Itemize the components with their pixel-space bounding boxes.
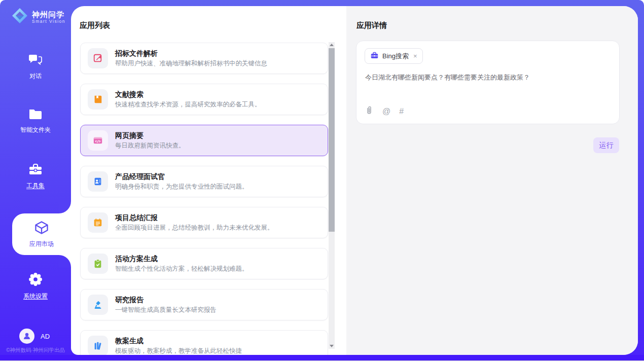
app-card-webpage-summary[interactable]: 网页摘要 每日政府新闻资讯快查。 (80, 125, 328, 156)
sidebar-item-label: 智能文件夹 (20, 126, 51, 134)
sidebar: 神州问学 Smart Vision 对话 智能文件夹 (0, 0, 71, 360)
sidebar-item-smart-folders[interactable]: 智能文件夹 (0, 108, 71, 134)
hash-icon[interactable]: # (399, 107, 404, 116)
app-card-title: 项目总结汇报 (115, 213, 274, 222)
sidebar-footer: ©神州数码·神州问学出品 (0, 347, 71, 354)
app-card-lesson-plan[interactable]: 教案生成 模板驱动，教案秒成，教学准备从此轻松快捷 (80, 330, 328, 355)
interviewer-icon (88, 171, 108, 192)
literature-search-icon (88, 89, 108, 110)
app-card-title: 产品经理面试官 (115, 172, 248, 181)
sidebar-item-app-market[interactable]: 应用市场 (12, 213, 71, 255)
brand-name: 神州问学 (32, 10, 65, 19)
app-card-title: 文献搜索 (115, 90, 261, 99)
scroll-up-button[interactable] (329, 42, 335, 48)
run-button[interactable]: 运行 (593, 137, 619, 153)
app-card-description: 每日政府新闻资讯快查。 (115, 142, 185, 150)
app-card-description: 全面回顾项目进展，总结经验教训，助力未来优化发展。 (115, 224, 274, 232)
app-card-description: 帮助用户快速、准确地理解和解析招标书中的关键信息 (115, 60, 267, 67)
scrollbar-thumb[interactable] (329, 48, 335, 232)
triangle-up-icon (330, 44, 334, 46)
tab-curve-bottom (59, 255, 71, 267)
project-summary-icon (88, 212, 108, 233)
app-card-literature-search[interactable]: 文献搜索 快速精准查找学术资源，提高研究效率的必备工具。 (80, 84, 328, 115)
user-account[interactable]: AD (19, 329, 50, 344)
brand-subtitle: Smart Vision (32, 19, 65, 24)
sidebar-item-label: 对话 (29, 72, 42, 81)
app-card-activity-plan[interactable]: 活动方案生成 智能生成个性化活动方案，轻松解决规划难题。 (80, 248, 328, 279)
app-list-title: 应用列表 (80, 21, 110, 30)
app-card-description: 快速精准查找学术资源，提高研究效率的必备工具。 (115, 101, 261, 108)
bottom-accent-bar (0, 355, 644, 360)
app-card-title: 活动方案生成 (115, 255, 248, 263)
briefcase-icon (370, 51, 379, 61)
app-card-project-summary[interactable]: 项目总结汇报 全面回顾项目进展，总结经验教训，助力未来优化发展。 (80, 207, 328, 238)
app-card-description: 明确身份和职责，为您提供专业性的面试问题。 (115, 183, 248, 191)
brand-logo: 神州问学 Smart Vision (11, 7, 65, 26)
paperclip-icon[interactable] (365, 105, 374, 117)
query-input[interactable]: 今日湖北有哪些新闻要点？有哪些需要关注的最新政策？ (365, 73, 611, 83)
tool-tag-close-icon[interactable]: × (413, 52, 417, 60)
lesson-plan-icon (88, 336, 108, 355)
sidebar-item-settings[interactable]: 系统设置 (0, 272, 71, 301)
app-card-research-report[interactable]: 研究报告 一键智能生成高质量长文本研究报告 (80, 289, 328, 320)
app-detail-panel: 应用详情 Bing搜索 × 今日湖北有哪些新闻要点？有哪些需要关注的最新政 (346, 6, 638, 355)
app-card-description: 模板驱动，教案秒成，教学准备从此轻松快捷 (115, 347, 242, 355)
avatar (19, 329, 34, 344)
app-card-title: 网页摘要 (115, 131, 185, 140)
chat-icon (28, 53, 43, 68)
prompt-composer-card: Bing搜索 × 今日湖北有哪些新闻要点？有哪些需要关注的最新政策？ @ # (356, 41, 620, 124)
app-window: 神州问学 Smart Vision 对话 智能文件夹 (0, 0, 644, 362)
toolbox-icon (28, 163, 43, 178)
bottom-divider (0, 360, 644, 361)
app-card-list: 招标文件解析 帮助用户快速、准确地理解和解析招标书中的关键信息 文献搜索 快速精… (80, 43, 328, 355)
tool-tag-label: Bing搜索 (382, 52, 409, 61)
webpage-summary-icon (88, 130, 108, 151)
tab-curve-top (59, 201, 71, 213)
sidebar-item-label: 系统设置 (23, 292, 48, 301)
app-card-description: 一键智能生成高质量长文本研究报告 (115, 306, 217, 314)
cube-icon (34, 220, 49, 237)
app-card-title: 研究报告 (115, 296, 217, 304)
user-name: AD (41, 333, 50, 340)
folder-icon (28, 108, 43, 122)
app-list-scrollbar[interactable] (329, 42, 335, 349)
sidebar-item-label: 工具集 (26, 182, 45, 190)
brand-diamond-icon (11, 7, 28, 26)
app-card-title: 教案生成 (115, 337, 242, 345)
app-card-description: 智能生成个性化活动方案，轻松解决规划难题。 (115, 265, 248, 273)
research-report-icon (88, 295, 108, 315)
sidebar-item-chat[interactable]: 对话 (0, 53, 71, 81)
sidebar-item-label: 应用市场 (29, 240, 54, 248)
app-card-bid-parse[interactable]: 招标文件解析 帮助用户快速、准确地理解和解析招标书中的关键信息 (80, 43, 328, 74)
app-card-title: 招标文件解析 (115, 49, 267, 58)
triangle-down-icon (330, 345, 334, 347)
app-card-pm-interviewer[interactable]: 产品经理面试官 明确身份和职责，为您提供专业性的面试问题。 (80, 166, 328, 197)
content-panel: 应用列表 招标文件解析 帮助用户快速、准确地理解和解析招标书中的关键信息 (71, 6, 638, 355)
bid-document-icon (88, 48, 108, 68)
gear-icon (28, 272, 43, 288)
app-detail-title: 应用详情 (356, 21, 387, 30)
tool-tag-bing-search[interactable]: Bing搜索 × (365, 48, 423, 64)
activity-plan-icon (88, 254, 108, 274)
scroll-down-button[interactable] (329, 343, 335, 349)
composer-toolbar: @ # (365, 105, 404, 117)
sidebar-item-toolset[interactable]: 工具集 (0, 163, 71, 190)
at-mention-icon[interactable]: @ (382, 107, 390, 116)
